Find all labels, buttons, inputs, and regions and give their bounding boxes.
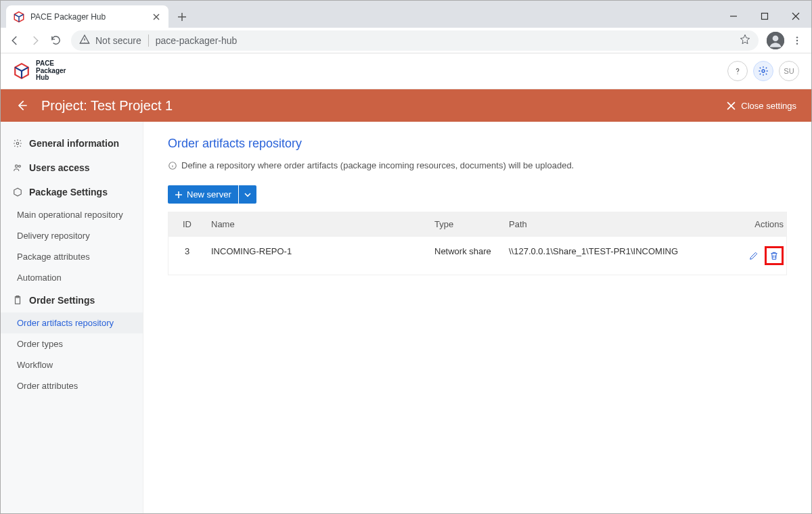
reload-button[interactable] — [45, 30, 66, 51]
info-icon — [168, 161, 177, 170]
not-secure-icon — [79, 34, 90, 47]
sidebar-item-delivery-repo[interactable]: Delivery repository — [1, 225, 143, 246]
pencil-icon — [748, 250, 759, 261]
close-settings-button[interactable]: Close settings — [727, 101, 796, 111]
hint-row: Define a repository where order artifact… — [168, 160, 787, 170]
delete-button[interactable] — [765, 246, 784, 265]
window-controls — [718, 6, 811, 26]
svg-point-5 — [796, 43, 798, 44]
browser-address-bar: Not secure pace-packager-hub — [1, 28, 811, 53]
window-minimize-button[interactable] — [718, 6, 749, 26]
cell-path: \\127.0.0.1\Share_1\TEST-PR1\INCOMING — [503, 237, 719, 275]
sidebar-item-workflow[interactable]: Workflow — [1, 354, 143, 375]
omnibox-separator — [148, 34, 149, 47]
app-header: PACE Packager Hub SU — [1, 53, 811, 89]
close-settings-label: Close settings — [741, 101, 796, 111]
address-input[interactable]: Not secure pace-packager-hub — [71, 30, 759, 51]
svg-point-8 — [16, 142, 19, 145]
col-actions: Actions — [719, 212, 786, 236]
chevron-down-icon — [244, 191, 252, 199]
window-close-button[interactable] — [780, 6, 811, 26]
gear-icon — [13, 139, 22, 148]
profile-avatar-icon[interactable] — [767, 32, 784, 49]
content-area: Order artifacts repository Define a repo… — [143, 122, 811, 514]
servers-table: ID Name Type Path Actions 3 INCOMING-REP… — [168, 212, 787, 275]
user-avatar[interactable]: SU — [779, 61, 799, 81]
col-path: Path — [503, 212, 719, 236]
new-tab-button[interactable] — [173, 7, 191, 26]
sidebar-item-order-attrs[interactable]: Order attributes — [1, 375, 143, 396]
cell-id: 3 — [168, 237, 206, 275]
users-icon — [13, 163, 22, 172]
svg-point-10 — [18, 165, 20, 167]
close-icon — [727, 101, 736, 110]
svg-point-9 — [16, 165, 18, 168]
table-row: 3 INCOMING-REPO-1 Network share \\127.0.… — [168, 236, 786, 275]
browser-tab[interactable]: PACE Packager Hub — [6, 5, 168, 28]
trash-icon — [769, 250, 780, 261]
help-button[interactable] — [727, 61, 748, 81]
tab-close-icon[interactable] — [151, 11, 162, 22]
app-logo[interactable]: PACE Packager Hub — [13, 60, 66, 82]
bookmark-star-icon[interactable] — [740, 34, 750, 47]
table-header: ID Name Type Path Actions — [168, 212, 786, 236]
kebab-menu-icon[interactable] — [787, 30, 807, 51]
svg-point-2 — [773, 35, 779, 41]
col-type: Type — [429, 212, 503, 236]
cell-type: Network share — [429, 237, 503, 275]
sidebar-item-general[interactable]: General information — [1, 131, 143, 156]
settings-sidebar: General information Users access Package… — [1, 122, 143, 514]
svg-point-3 — [796, 37, 798, 38]
new-server-button[interactable]: New server — [168, 185, 238, 204]
cube-icon — [13, 11, 25, 23]
project-title: Project: Test Project 1 — [41, 98, 173, 114]
page-heading: Order artifacts repository — [168, 137, 787, 151]
sidebar-item-users[interactable]: Users access — [1, 156, 143, 180]
window-maximize-button[interactable] — [749, 6, 780, 26]
sidebar-item-package-attrs[interactable]: Package attributes — [1, 246, 143, 267]
cube-icon — [13, 62, 30, 80]
tab-title: PACE Packager Hub — [30, 12, 151, 22]
sidebar-item-main-repo[interactable]: Main operational repository — [1, 204, 143, 225]
new-server-dropdown[interactable] — [239, 185, 256, 204]
security-text: Not secure — [95, 35, 141, 46]
url-text: pace-packager-hub — [156, 35, 238, 46]
package-icon — [13, 187, 22, 197]
clipboard-icon — [13, 296, 22, 305]
col-name: Name — [206, 212, 429, 236]
sidebar-cat-order[interactable]: Order Settings — [1, 288, 143, 312]
svg-point-6 — [737, 73, 738, 74]
plus-icon — [175, 191, 183, 199]
forward-button[interactable] — [25, 30, 45, 51]
project-back-button[interactable] — [16, 99, 29, 112]
browser-titlebar: PACE Packager Hub — [1, 1, 811, 28]
settings-button[interactable] — [753, 61, 773, 81]
svg-rect-0 — [762, 14, 768, 20]
new-server-label: New server — [187, 189, 231, 200]
svg-point-7 — [762, 70, 765, 72]
cell-name: INCOMING-REPO-1 — [206, 237, 429, 275]
cell-actions — [719, 237, 786, 275]
sidebar-item-order-artifacts[interactable]: Order artifacts repository — [1, 312, 143, 333]
hint-text: Define a repository where order artifact… — [181, 160, 574, 170]
edit-button[interactable] — [744, 246, 763, 265]
back-button[interactable] — [5, 30, 25, 51]
logo-text: PACE Packager Hub — [36, 60, 66, 82]
col-id: ID — [168, 212, 206, 236]
sidebar-cat-package[interactable]: Package Settings — [1, 180, 143, 204]
new-server-splitbutton: New server — [168, 185, 256, 204]
sidebar-item-order-types[interactable]: Order types — [1, 333, 143, 354]
sidebar-item-automation[interactable]: Automation — [1, 267, 143, 288]
project-bar: Project: Test Project 1 Close settings — [1, 89, 811, 122]
svg-point-4 — [796, 39, 798, 41]
